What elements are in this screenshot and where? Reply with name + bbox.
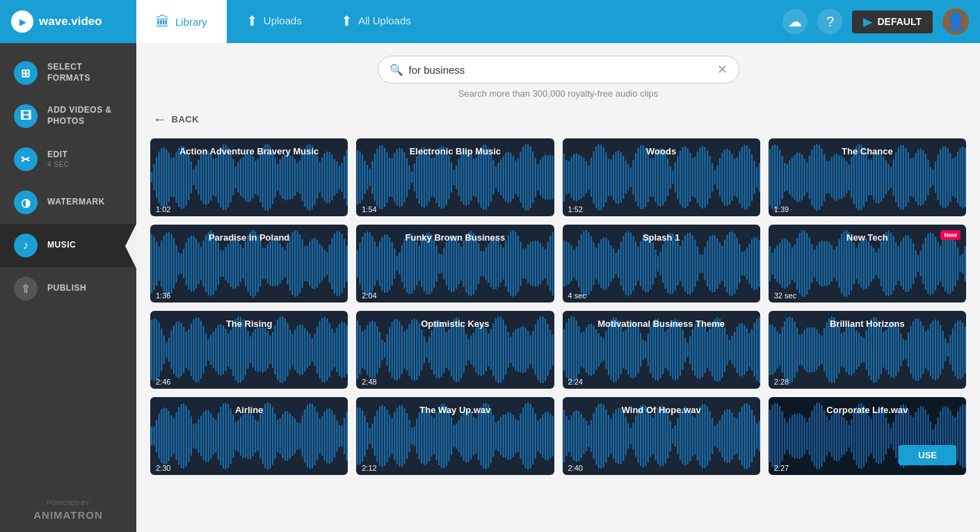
svg-rect-654: [186, 332, 187, 368]
svg-rect-1127: [580, 414, 581, 458]
svg-rect-355: [237, 241, 239, 287]
svg-rect-503: [620, 241, 621, 285]
audio-card-16[interactable]: Corporate Life.wav 2:27 USE: [769, 397, 966, 475]
svg-rect-553: [744, 251, 745, 276]
audio-card-8[interactable]: New Tech 32 sec New: [769, 225, 966, 303]
svg-rect-741: [409, 323, 410, 376]
user-avatar[interactable]: [942, 8, 969, 35]
back-button[interactable]: ← BACK: [153, 111, 199, 127]
svg-rect-534: [696, 246, 698, 281]
svg-rect-1267: [935, 424, 936, 448]
use-button[interactable]: USE: [899, 445, 956, 465]
tab-uploads[interactable]: ⬆ Uploads: [227, 0, 321, 43]
svg-rect-1217: [811, 410, 812, 462]
svg-rect-860: [712, 323, 713, 377]
audio-card-10[interactable]: Optimistic Keys 2:48: [356, 311, 554, 389]
svg-rect-1030: [324, 412, 326, 461]
svg-rect-528: [682, 240, 683, 287]
audio-card-12[interactable]: Brilliant Horizons 2:28: [769, 311, 966, 389]
search-input[interactable]: [409, 64, 712, 76]
svg-rect-330: [175, 245, 177, 282]
audio-card-1[interactable]: Action Adventure Bravery Music 1:02: [150, 138, 348, 216]
svg-rect-274: [853, 150, 854, 204]
audio-card-9[interactable]: The Rising 2:46: [150, 311, 348, 389]
audio-card-3[interactable]: Woods 1:52: [563, 138, 760, 216]
svg-rect-1018: [294, 418, 296, 453]
svg-rect-517: [654, 249, 656, 278]
sidebar-label-music: MUSIC: [47, 240, 76, 251]
svg-rect-1250: [892, 421, 894, 451]
svg-rect-57: [291, 156, 293, 199]
audio-card-7[interactable]: Splash 1 4 sec: [563, 225, 760, 303]
svg-rect-987: [218, 412, 219, 460]
svg-rect-808: [583, 331, 584, 369]
svg-rect-639: [964, 246, 965, 282]
svg-rect-661: [203, 326, 204, 374]
svg-rect-748: [426, 342, 428, 357]
svg-rect-1211: [796, 414, 798, 458]
svg-rect-308: [937, 154, 938, 200]
svg-rect-1089: [478, 412, 479, 460]
audio-card-13[interactable]: Airline 2:30: [150, 397, 348, 475]
sidebar-item-publish[interactable]: ⇧ PUBLISH: [0, 267, 136, 310]
svg-rect-86: [371, 161, 373, 194]
audio-card-4[interactable]: The Chance 1:39: [769, 138, 966, 216]
svg-rect-286: [883, 156, 884, 198]
svg-rect-376: [289, 236, 291, 291]
default-button[interactable]: ▶ DEFAULT: [852, 10, 933, 33]
sidebar-item-edit[interactable]: ✂ EDIT 4 sec: [0, 138, 136, 181]
svg-rect-305: [930, 167, 931, 188]
svg-rect-1065: [419, 412, 420, 460]
svg-rect-207: [679, 150, 680, 205]
svg-rect-424: [416, 241, 417, 286]
svg-rect-351: [227, 244, 229, 283]
sidebar-item-select-formats[interactable]: ⊞ SELECT FORMATS: [0, 51, 136, 95]
audio-duration-11: 2:24: [563, 375, 588, 389]
tab-library[interactable]: 🏛 Library: [136, 0, 227, 43]
svg-rect-50: [275, 157, 276, 198]
svg-rect-1223: [826, 416, 827, 456]
svg-rect-703: [307, 331, 308, 369]
svg-rect-916: [858, 332, 860, 367]
svg-rect-1209: [792, 414, 793, 457]
audio-card-11[interactable]: Motivational Business Theme 2:24: [563, 311, 760, 389]
sidebar-item-watermark[interactable]: ◑ WATERMARK: [0, 181, 136, 224]
default-label: DEFAULT: [877, 16, 922, 27]
svg-rect-139: [503, 156, 504, 198]
svg-rect-18: [195, 165, 197, 190]
svg-rect-579: [816, 245, 817, 282]
svg-rect-516: [652, 242, 653, 284]
sidebar-item-add-videos[interactable]: 🎞 ADD VIDEOS & PHOTOS: [0, 95, 136, 138]
tab-all-uploads[interactable]: ⬆ All Uploads: [321, 0, 431, 43]
audio-card-15[interactable]: Wind Of Hope.wav 2:40: [563, 397, 760, 475]
svg-rect-512: [642, 237, 643, 291]
audio-card-6[interactable]: Funky Brown Business 2:04: [356, 225, 554, 303]
search-clear-button[interactable]: ✕: [717, 62, 728, 77]
edit-icon: ✂: [14, 147, 38, 171]
svg-rect-183: [620, 152, 621, 203]
svg-rect-118: [451, 162, 452, 192]
audio-card-2[interactable]: Electronic Blip Music 1:54: [356, 138, 554, 216]
svg-rect-254: [803, 159, 805, 196]
svg-rect-95: [394, 152, 395, 202]
svg-rect-670: [225, 328, 226, 371]
svg-rect-354: [235, 239, 236, 289]
svg-rect-1119: [552, 415, 554, 456]
svg-rect-450: [481, 250, 482, 276]
svg-rect-24: [210, 154, 211, 200]
svg-rect-1125: [575, 410, 577, 462]
svg-rect-52: [280, 159, 281, 195]
sidebar-item-music[interactable]: ♪ MUSIC: [0, 224, 136, 267]
svg-rect-976: [191, 417, 192, 456]
help-icon-btn[interactable]: ?: [817, 9, 842, 34]
svg-rect-201: [664, 153, 666, 202]
audio-card-14[interactable]: The Way Up.wav 2:12: [356, 397, 554, 475]
svg-rect-494: [597, 243, 599, 284]
audio-card-5[interactable]: Paradise In Poland 1:36: [150, 225, 348, 303]
nav-right: ☁ ? ▶ DEFAULT: [771, 8, 980, 35]
cloud-icon-btn[interactable]: ☁: [782, 9, 808, 34]
svg-rect-1130: [588, 425, 589, 447]
svg-rect-571: [796, 238, 798, 289]
svg-rect-158: [549, 154, 551, 200]
svg-rect-740: [406, 329, 408, 371]
